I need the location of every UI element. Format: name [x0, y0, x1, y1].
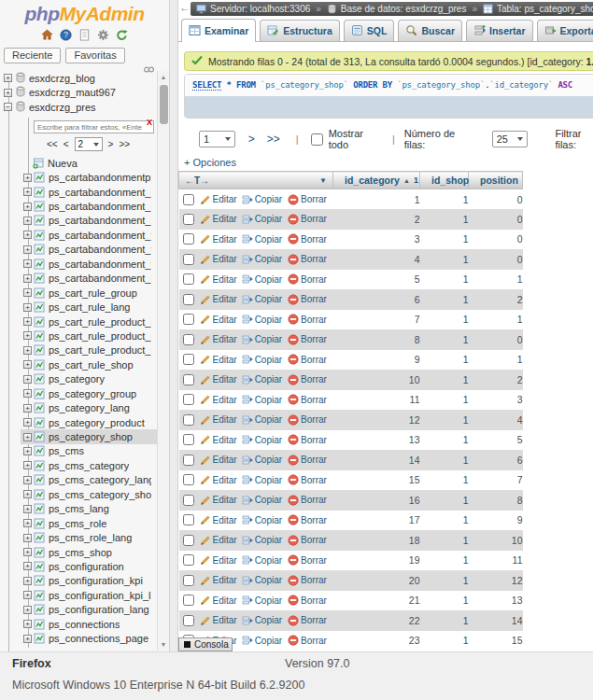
- expand-icon[interactable]: +: [23, 317, 32, 326]
- edit-row-link[interactable]: Editar: [213, 234, 237, 245]
- edit-pencil-icon[interactable]: [200, 214, 211, 225]
- collapse-sidebar-arrow[interactable]: ←: [179, 1, 191, 14]
- sidebar-item-table[interactable]: +ps_cart_rule_shop: [21, 357, 157, 371]
- delete-row-icon[interactable]: [288, 314, 299, 325]
- row-checkbox[interactable]: [183, 314, 194, 325]
- expand-icon[interactable]: +: [23, 591, 32, 599]
- copy-row-icon[interactable]: [242, 595, 253, 606]
- tree-pager-prev[interactable]: <: [64, 139, 69, 149]
- sidebar-item-database[interactable]: + esxdcrzg_maut967: [0, 86, 157, 101]
- delete-row-link[interactable]: Borrar: [301, 435, 327, 445]
- edit-row-link[interactable]: Editar: [213, 334, 237, 344]
- row-checkbox[interactable]: [183, 575, 194, 586]
- row-checkbox[interactable]: [183, 455, 194, 466]
- tab-sql[interactable]: SQL: [344, 20, 395, 41]
- copy-row-link[interactable]: Copiar: [255, 355, 282, 365]
- expand-icon[interactable]: +: [23, 259, 32, 268]
- expand-icon[interactable]: +: [23, 548, 32, 556]
- expand-icon[interactable]: +: [23, 635, 32, 643]
- expand-icon[interactable]: +: [23, 245, 32, 254]
- expand-icon[interactable]: +: [23, 519, 32, 527]
- table-name[interactable]: ps_category_group: [49, 388, 136, 399]
- table-name[interactable]: ps_cart_rule_group: [49, 287, 137, 299]
- sidebar-item-table[interactable]: +ps_category_group: [21, 386, 157, 400]
- edit-pencil-icon[interactable]: [200, 254, 211, 265]
- sidebar-item-table[interactable]: +ps_cms_category_lang: [21, 473, 157, 487]
- edit-row-link[interactable]: Editar: [213, 274, 237, 285]
- delete-row-icon[interactable]: [288, 394, 299, 405]
- delete-row-icon[interactable]: [288, 233, 299, 245]
- header-position[interactable]: position: [469, 172, 523, 189]
- copy-row-link[interactable]: Copiar: [255, 495, 282, 505]
- delete-row-icon[interactable]: [288, 615, 299, 626]
- expand-icon[interactable]: +: [23, 231, 32, 239]
- delete-row-icon[interactable]: [288, 535, 299, 546]
- sidebar-item-table[interactable]: +ps_configuration_lang: [21, 603, 157, 617]
- expand-icon[interactable]: +: [23, 274, 32, 283]
- sidebar-item-table[interactable]: +ps_cart_rule_product_rule: [21, 315, 157, 329]
- edit-row-link[interactable]: Editar: [213, 535, 237, 545]
- panel-splitter[interactable]: [169, 0, 178, 651]
- sidebar-item-table[interactable]: +ps_cartabandonment_temp: [21, 243, 157, 257]
- table-name[interactable]: ps_cart_rule_product_rule_: [49, 330, 151, 342]
- delete-row-link[interactable]: Borrar: [301, 194, 327, 204]
- table-name[interactable]: ps_cartabandonment_remi: [49, 201, 151, 212]
- home-icon[interactable]: [41, 29, 53, 41]
- delete-row-link[interactable]: Borrar: [301, 274, 327, 285]
- sidebar-item-database-expanded[interactable]: − esxdcrzg_pres: [0, 100, 157, 115]
- edit-row-link[interactable]: Editar: [213, 214, 237, 224]
- copy-row-link[interactable]: Copiar: [255, 194, 282, 204]
- table-name[interactable]: ps_cms_role_lang: [49, 532, 132, 543]
- edit-pencil-icon[interactable]: [200, 495, 211, 506]
- expand-icon[interactable]: +: [23, 188, 32, 196]
- edit-pencil-icon[interactable]: [200, 595, 211, 606]
- row-checkbox[interactable]: [183, 194, 194, 205]
- edit-row-link[interactable]: Editar: [213, 615, 237, 625]
- options-toggle-link[interactable]: + Opciones: [184, 157, 236, 168]
- expand-icon[interactable]: +: [23, 217, 32, 225]
- copy-row-link[interactable]: Copiar: [255, 315, 282, 325]
- copy-row-link[interactable]: Copiar: [255, 414, 282, 425]
- row-checkbox[interactable]: [183, 394, 194, 405]
- expand-icon[interactable]: +: [23, 476, 32, 484]
- rows-count-select[interactable]: 25: [492, 131, 529, 147]
- sidebar-item-table[interactable]: +ps_cms_category_shop: [21, 487, 157, 501]
- expand-icon[interactable]: +: [23, 490, 32, 498]
- copy-row-link[interactable]: Copiar: [255, 535, 282, 545]
- sidebar-item-table[interactable]: +ps_category: [21, 372, 157, 386]
- copy-row-link[interactable]: Copiar: [255, 274, 282, 285]
- copy-row-icon[interactable]: [242, 273, 253, 285]
- sidebar-item-table[interactable]: +ps_cartabandonment_temp: [21, 228, 157, 242]
- edit-row-link[interactable]: Editar: [213, 414, 237, 425]
- phpmyadmin-logo[interactable]: phpMyAdmin: [0, 0, 169, 25]
- row-checkbox[interactable]: [183, 535, 194, 546]
- copy-row-link[interactable]: Copiar: [255, 435, 282, 445]
- database-name[interactable]: esxdcrzg_maut967: [29, 87, 116, 98]
- table-name[interactable]: ps_connections_page: [49, 633, 148, 644]
- table-name[interactable]: ps_cms: [49, 445, 84, 456]
- tree-pager-last[interactable]: >>: [119, 139, 130, 149]
- copy-row-icon[interactable]: [242, 254, 253, 265]
- table-name[interactable]: ps_cms_category_lang: [49, 474, 151, 485]
- copy-row-icon[interactable]: [242, 374, 253, 385]
- table-name[interactable]: ps_category: [49, 373, 105, 385]
- delete-row-icon[interactable]: [288, 414, 299, 426]
- edit-row-link[interactable]: Editar: [213, 515, 237, 525]
- table-name[interactable]: ps_configuration_kpi_lang: [49, 590, 151, 601]
- sidebar-item-table[interactable]: +ps_category_shop: [21, 429, 157, 443]
- sidebar-item-table[interactable]: +ps_cart_rule_product_rule_: [21, 329, 157, 343]
- expand-icon[interactable]: +: [23, 375, 32, 384]
- delete-row-icon[interactable]: [288, 455, 299, 466]
- row-checkbox[interactable]: [183, 474, 194, 485]
- table-name[interactable]: ps_cart_rule_lang: [49, 301, 130, 313]
- expand-icon[interactable]: +: [23, 505, 32, 513]
- last-page-link[interactable]: >>: [267, 133, 280, 146]
- copy-row-icon[interactable]: [242, 455, 253, 466]
- header-id-category[interactable]: id_category ▲ 1: [333, 172, 420, 189]
- copy-row-link[interactable]: Copiar: [255, 334, 282, 344]
- delete-row-icon[interactable]: [288, 514, 299, 525]
- sidebar-item-table[interactable]: +ps_cartabandonmentpro_c: [21, 170, 157, 184]
- edit-pencil-icon[interactable]: [200, 233, 211, 245]
- delete-row-icon[interactable]: [288, 273, 299, 285]
- row-checkbox[interactable]: [183, 434, 194, 445]
